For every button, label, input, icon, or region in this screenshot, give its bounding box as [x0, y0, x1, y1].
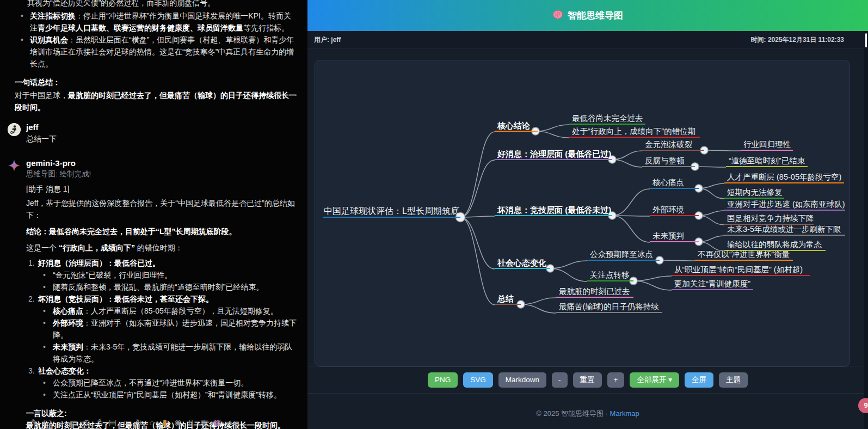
list-subitem: 随着反腐和整顿，最混乱、最肮脏的“道德至暗时刻”已经结束。 — [26, 281, 298, 293]
list-item: 2.坏消息（竞技层面）：最低谷未过，甚至还会下探。 — [26, 293, 298, 305]
mindmap-node[interactable]: 未来3-5年成绩或进一步刷新下限 — [724, 224, 845, 236]
message-text: 这是一个 “行政向上，成绩向下” 的错位时期： — [26, 242, 298, 254]
scrollbar-track[interactable] — [864, 31, 868, 429]
clock-icon[interactable]: ◷ — [82, 416, 91, 428]
list-subitem: 公众预期已降至冰点，不再通过“冲进世界杯”来衡量一切。 — [26, 377, 298, 389]
mindmap-node[interactable]: 外部环境 — [650, 205, 699, 216]
chat-text: 其视为“偿还历史欠债”的必然过程，而非新的崩盘信号。 — [27, 0, 298, 9]
app-title: 智能思维导图 — [568, 9, 623, 22]
circle-icon[interactable]: ○ — [121, 416, 130, 428]
mindmap-node[interactable]: 最痛苦(输球)的日子仍将持续 — [556, 302, 662, 313]
export-markdown-button[interactable]: Markdown — [498, 372, 546, 388]
summary-text: 对于中国足球，最肮脏的时刻已经过去了，但最痛苦（输球）的日子还得持续很长一段时间… — [15, 89, 298, 113]
list-subitem: 外部环境：亚洲对手（如东南亚球队）进步迅速，国足相对竞争力持续下降。 — [26, 317, 298, 341]
mindmap-node[interactable]: 最肮脏的时刻已过去 — [556, 286, 633, 298]
mindmap-node-root[interactable]: 中国足球现状评估：L型长周期筑底 — [323, 205, 460, 218]
photo-icon[interactable]: ▩ — [213, 416, 221, 428]
mindmap-node[interactable]: 短期内无法修复 — [724, 187, 784, 199]
chat-bullet-list: 关注指标切换：停止用“冲进世界杯”作为衡量中国足球发展的唯一KPI。转而关注青少… — [16, 10, 298, 70]
info-bar: 用户: jeff 时间: 2025年12月31日 11:02:33 — [307, 31, 868, 49]
home-icon[interactable]: ⌂ — [147, 416, 156, 428]
mindmap-node[interactable]: 国足相对竞争力持续下降 — [724, 213, 814, 225]
mindmap-node[interactable]: 处于“行政向上，成绩向下”的错位期 — [569, 126, 700, 138]
mindmap-node[interactable]: 金元泡沫破裂 — [642, 139, 704, 151]
time-label: 时间: 2025年12月31日 11:02:33 — [751, 35, 844, 45]
message-text: Jeff，基于您提供的这份深度整合报告，关于“中国足球最低谷是否已过”的总结如下… — [26, 197, 298, 221]
mindmap-node[interactable]: 好消息：治理层面 (最低谷已过) — [495, 149, 612, 160]
list-subitem: 未来预判：未来3-5年，竞技成绩可能进一步刷新下限，输给以往的弱队将成为常态。 — [26, 341, 298, 365]
mindmap-node[interactable]: 社会心态变化 — [495, 258, 550, 269]
mindmap-node[interactable]: 人才严重断层 (85-05年龄段亏空) — [724, 172, 844, 183]
mindmap-node[interactable]: 亚洲对手进步迅速 (如东南亚球队) — [724, 199, 845, 211]
folder-icon[interactable]: ▮ — [161, 416, 169, 428]
app-footer: © 2025 智能思维导图 · Markmap — [307, 393, 868, 429]
list-subitem: “金元泡沫”已破裂，行业回归理性。 — [26, 269, 298, 281]
mindmap-node[interactable]: 最低谷尚未完全过去 — [569, 113, 645, 125]
scrollbar-thumb[interactable] — [865, 33, 867, 47]
mindmap-node[interactable]: 核心结论 — [495, 120, 538, 132]
map-toolbar: PNG SVG Markdown - 重置 + 全部展开 ▾ 全屏 主题 — [307, 366, 868, 393]
fullscreen-button[interactable]: 全屏 — [685, 372, 713, 388]
copyright-text: © 2025 智能思维导图 · — [536, 409, 608, 418]
app-header: 智能思维导图 — [307, 0, 868, 31]
person-icon[interactable]: ◉ — [174, 416, 182, 428]
mindmap-node[interactable]: 从“职业顶层”转向“民间基层” (如村超) — [672, 265, 810, 276]
theme-button[interactable]: 主题 — [719, 372, 748, 388]
list-item: 1.好消息（治理层面）：最低谷已过。 — [26, 257, 298, 269]
speaker-icon[interactable]: ◃ — [56, 416, 65, 428]
refresh-icon[interactable]: ↻ — [134, 416, 143, 428]
list-item: 3.社会心态变化： — [26, 365, 298, 377]
list-item: 识别真机会：虽然职业层面在“横盘”，但民间赛事（村超、草根联赛）和青少年培训市场… — [16, 34, 298, 70]
grid-icon[interactable]: ▦ — [200, 416, 208, 428]
monitor-icon[interactable]: ▭ — [69, 416, 78, 428]
conclusion-text: 结论：最低谷尚未完全过去，目前处于“L型”长周期筑底阶段。 — [26, 225, 298, 237]
user-avatar — [8, 123, 21, 136]
reset-button[interactable]: 重置 — [573, 372, 602, 388]
mindmap-node[interactable]: 未来预判 — [650, 231, 699, 242]
mindmap-app-panel: 智能思维导图 用户: jeff 时间: 2025年12月31日 11:02:33 — [307, 0, 868, 429]
chat-message-assistant: gemini-3-pro 思维导图: 绘制完成! [助手 消息 1] Jeff，… — [8, 158, 298, 429]
mindmap-node[interactable]: 不再仅以“冲进世界杯”衡量 — [695, 249, 793, 261]
chat-panel: 其视为“偿还历史欠债”的必然过程，而非新的崩盘信号。 关注指标切换：停止用“冲进… — [0, 0, 307, 429]
mindmap-node[interactable]: 坏消息：竞技层面 (最低谷未过) — [495, 205, 612, 216]
chat-toolbar: ✎ ▢ ◃ ▭ ◷ ⚓ ▤ ○ ↻ ⌂ ▮ ◉ ▯ ▦ ▩ + — [30, 416, 235, 428]
expand-all-button[interactable]: 全部展开 ▾ — [630, 372, 679, 388]
export-png-button[interactable]: PNG — [428, 372, 458, 388]
brain-icon — [552, 10, 563, 22]
pencil-icon[interactable]: ✎ — [30, 416, 39, 428]
zoom-out-button[interactable]: - — [552, 372, 568, 388]
mindmap-node[interactable]: 行业回归理性 — [741, 139, 793, 151]
mindmap-canvas[interactable]: 中国足球现状评估：L型长周期筑底 核心结论 最低谷尚未完全过去 处于“行政向上，… — [315, 60, 850, 367]
username: gemini-3-pro — [26, 158, 298, 169]
list-subitem: 关注点正从“职业顶层”向“民间基层（如村超）”和“青训健康度”转移。 — [26, 389, 298, 401]
screen: 其视为“偿还历史欠债”的必然过程，而非新的崩盘信号。 关注指标切换：停止用“冲进… — [0, 0, 868, 429]
markmap-link[interactable]: Markmap — [610, 409, 639, 418]
plus-icon[interactable]: + — [226, 416, 235, 428]
username: jeff — [26, 122, 298, 133]
mindmap-node[interactable]: 总结 — [495, 293, 521, 305]
user-label: 用户: jeff — [314, 35, 341, 45]
mindmap-node[interactable]: 更加关注“青训健康度” — [672, 279, 753, 290]
anchor-icon[interactable]: ⚓ — [95, 416, 104, 428]
chat-message-user: jeff 总结一下 — [8, 122, 298, 145]
mindmap-node[interactable]: “道德至暗时刻”已结束 — [726, 156, 808, 167]
zoom-in-button[interactable]: + — [607, 372, 625, 388]
message-text: 总结一下 — [26, 133, 298, 145]
gemini-avatar — [8, 159, 21, 172]
export-svg-button[interactable]: SVG — [463, 372, 493, 388]
mindmap-node[interactable]: 关注点转移 — [587, 270, 633, 281]
mindmap-node[interactable]: 反腐与整顿 — [642, 156, 695, 167]
message-tag: [助手 消息 1] — [26, 183, 298, 195]
summary-heading: 一句话总结： — [15, 76, 298, 88]
list-item: 关注指标切换：停止用“冲进世界杯”作为衡量中国足球发展的唯一KPI。转而关注青少… — [16, 10, 298, 34]
mindmap-node[interactable]: 核心痛点 — [650, 177, 699, 189]
save-icon[interactable]: ▤ — [108, 416, 117, 428]
trash-icon[interactable]: ▢ — [43, 416, 52, 428]
mindmap-node[interactable]: 公众预期降至冰点 — [587, 249, 660, 261]
list-subitem: 核心痛点：人才严重断层（85-05年龄段亏空），且无法短期修复。 — [26, 305, 298, 317]
status-text: 思维导图: 绘制完成! — [26, 169, 298, 180]
ordered-list: 1.好消息（治理层面）：最低谷已过。 “金元泡沫”已破裂，行业回归理性。 随着反… — [26, 257, 298, 401]
document-icon[interactable]: ▯ — [187, 416, 195, 428]
